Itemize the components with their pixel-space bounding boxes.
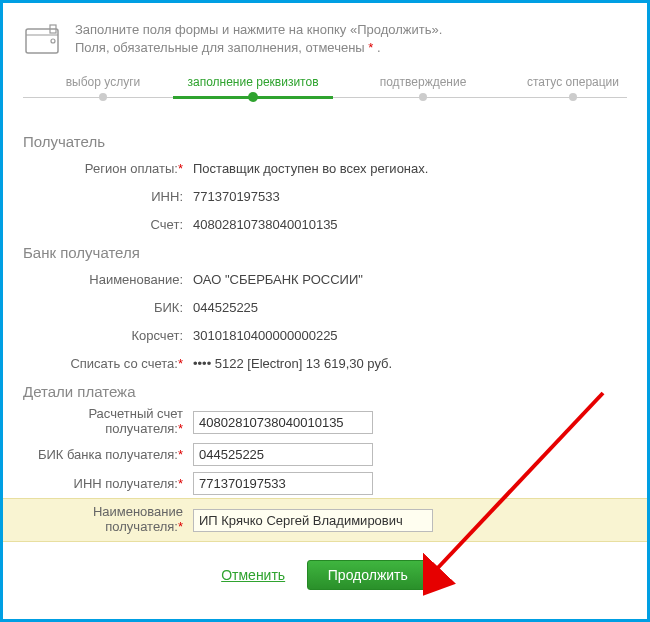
- row-rec-name: Наименование получателя:*: [3, 498, 647, 542]
- section-bank: Банк получателя: [3, 238, 647, 265]
- section-details: Детали платежа: [3, 377, 647, 404]
- step-status: статус операции: [513, 75, 633, 89]
- label-inn: ИНН:: [23, 189, 193, 205]
- label-bik: БИК:: [23, 300, 193, 316]
- row-region: Регион оплаты:* Поставщик доступен во вс…: [3, 154, 647, 182]
- row-account: Счет: 40802810738040010135: [3, 210, 647, 238]
- step-select-service: выбор услуги: [53, 75, 153, 89]
- continue-button[interactable]: Продолжить: [307, 560, 429, 590]
- label-bank-name: Наименование:: [23, 272, 193, 288]
- label-account: Счет:: [23, 217, 193, 233]
- wallet-icon: [23, 21, 63, 57]
- row-bank-name: Наименование: ОАО "СБЕРБАНК РОССИИ": [3, 265, 647, 293]
- row-bik: БИК: 044525225: [3, 293, 647, 321]
- steps-bar: выбор услуги заполнение реквизитов подтв…: [23, 75, 627, 115]
- header-line2: Поля, обязательные для заполнения, отмеч…: [75, 39, 442, 57]
- row-from-account: Списать со счета:* •••• 5122 [Electron] …: [3, 349, 647, 377]
- label-rec-inn: ИНН получателя:*: [23, 476, 193, 492]
- section-recipient: Получатель: [3, 127, 647, 154]
- row-inn: ИНН: 771370197533: [3, 182, 647, 210]
- step-fill-details: заполнение реквизитов: [173, 75, 333, 89]
- value-inn: 771370197533: [193, 189, 627, 204]
- value-bik: 044525225: [193, 300, 627, 315]
- label-rec-bik: БИК банка получателя:*: [23, 447, 193, 463]
- input-rec-bik[interactable]: [193, 443, 373, 466]
- label-region: Регион оплаты:*: [23, 161, 193, 177]
- row-rec-inn: ИНН получателя:*: [3, 469, 647, 498]
- header-instructions: Заполните поля формы и нажмите на кнопку…: [75, 21, 442, 57]
- label-kor-account: Корсчет:: [23, 328, 193, 344]
- input-rec-account[interactable]: [193, 411, 373, 434]
- row-kor-account: Корсчет: 30101810400000000225: [3, 321, 647, 349]
- value-kor-account: 30101810400000000225: [193, 328, 627, 343]
- input-rec-name[interactable]: [193, 509, 433, 532]
- form-header: Заполните поля формы и нажмите на кнопку…: [3, 3, 647, 67]
- label-rec-account: Расчетный счет получателя:*: [23, 407, 193, 437]
- row-rec-bik: БИК банка получателя:*: [3, 440, 647, 469]
- label-rec-name: Наименование получателя:*: [23, 505, 193, 535]
- form-actions: Отменить Продолжить: [3, 542, 647, 608]
- value-region: Поставщик доступен во всех регионах.: [193, 161, 627, 176]
- svg-point-2: [51, 39, 55, 43]
- label-from-account: Списать со счета:*: [23, 356, 193, 372]
- value-bank-name: ОАО "СБЕРБАНК РОССИИ": [193, 272, 627, 287]
- payment-form-window: Заполните поля формы и нажмите на кнопку…: [0, 0, 650, 622]
- value-account: 40802810738040010135: [193, 217, 627, 232]
- step-confirmation: подтверждение: [363, 75, 483, 89]
- cancel-link[interactable]: Отменить: [221, 567, 285, 583]
- value-from-account: •••• 5122 [Electron] 13 619,30 руб.: [193, 356, 627, 371]
- header-line1: Заполните поля формы и нажмите на кнопку…: [75, 21, 442, 39]
- row-rec-account: Расчетный счет получателя:*: [3, 404, 647, 440]
- input-rec-inn[interactable]: [193, 472, 373, 495]
